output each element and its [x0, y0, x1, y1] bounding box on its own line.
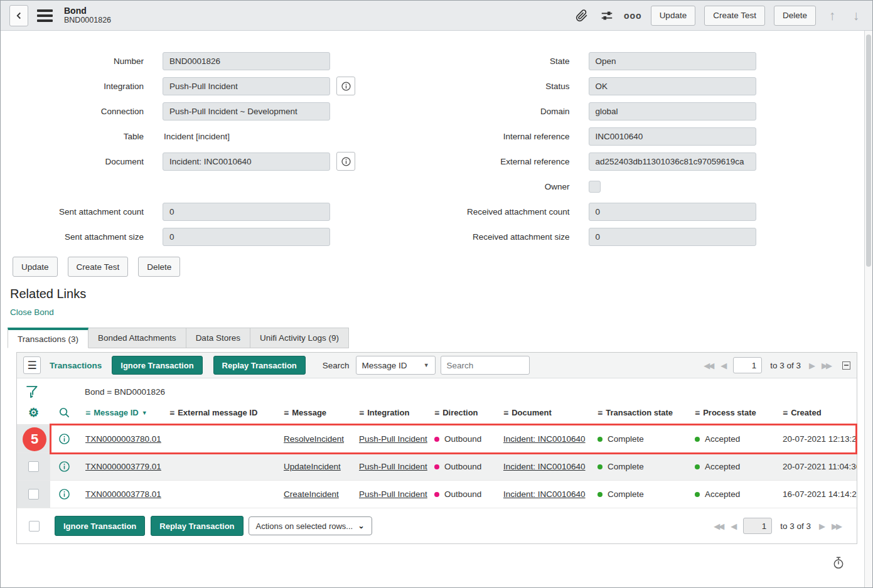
row-info-icon[interactable]	[50, 461, 78, 473]
first-page-icon[interactable]: ◀◀	[704, 361, 712, 370]
collapse-list-icon[interactable]	[842, 361, 850, 370]
row-info-icon[interactable]	[50, 488, 78, 500]
document-link[interactable]: Incident: INC0010640	[503, 434, 586, 444]
message-link[interactable]: UpdateIncident	[284, 462, 341, 471]
message-id-link[interactable]: TXN0000003779.01	[85, 462, 161, 471]
transactions-list: ☰ Transactions Ignore Transaction Replay…	[16, 352, 857, 544]
search-field-select[interactable]: Message ID ▼	[356, 356, 436, 375]
sent-attachment-count-field[interactable]: 0	[163, 203, 330, 221]
ignore-transaction-button[interactable]: Ignore Transaction	[112, 356, 202, 375]
tab-unifi-activity-logs[interactable]: Unifi Activity Logs (9)	[250, 328, 349, 348]
previous-page-icon[interactable]: ◀	[731, 521, 735, 531]
replay-transaction-button-bottom[interactable]: Replay Transaction	[151, 516, 243, 536]
form-context-menu-icon[interactable]	[37, 9, 53, 22]
delete-button-bottom[interactable]: Delete	[138, 257, 180, 277]
actions-on-selected-rows-select[interactable]: Actions on selected rows... ⌄	[249, 516, 372, 535]
list-search-icon[interactable]	[50, 407, 78, 419]
personalize-form-icon[interactable]	[599, 8, 615, 24]
column-header-process-state[interactable]: ≡ Process state	[688, 408, 776, 418]
internal-reference-field[interactable]: INC0010640	[589, 127, 756, 146]
message-link[interactable]: ResolveIncident	[284, 434, 344, 444]
integration-link[interactable]: Push-Pull Incident	[359, 462, 427, 471]
field-label-document: Document	[1, 157, 144, 166]
replay-transaction-button[interactable]: Replay Transaction	[213, 356, 306, 375]
list-toolbar: ☰ Transactions Ignore Transaction Replay…	[17, 353, 857, 378]
tab-bonded-attachments[interactable]: Bonded Attachments	[88, 328, 186, 348]
integration-field[interactable]: Push-Pull Incident	[163, 77, 330, 95]
table-row-transaction-3780[interactable]: TXN0000003780.01 ResolveIncident Push-Pu…	[17, 425, 857, 452]
message-id-link[interactable]: TXN0000003778.01	[85, 489, 161, 499]
state-status-dot	[597, 464, 603, 469]
update-button[interactable]: Update	[651, 6, 696, 26]
integration-link[interactable]: Push-Pull Incident	[359, 434, 427, 444]
delete-button[interactable]: Delete	[774, 6, 816, 26]
message-id-link[interactable]: TXN0000003780.01	[85, 434, 161, 444]
list-pagination-bottom: ◀◀ ◀ to 3 of 3 ▶ ▶▶	[714, 518, 840, 534]
response-time-stopwatch-icon[interactable]	[832, 556, 845, 572]
document-info-button[interactable]	[336, 152, 355, 171]
row-checkbox[interactable]	[28, 489, 39, 500]
connection-field[interactable]: Push-Pull Incident ~ Development	[163, 102, 330, 120]
table-row-transaction-3778[interactable]: TXN0000003778.01 CreateIncident Push-Pul…	[17, 480, 857, 508]
column-header-direction[interactable]: ≡ Direction	[427, 408, 496, 418]
next-page-icon[interactable]: ▶	[809, 361, 813, 370]
status-field[interactable]: OK	[589, 77, 756, 95]
update-button-bottom[interactable]: Update	[13, 257, 58, 277]
close-bond-link[interactable]: Close Bond	[10, 307, 54, 317]
column-header-transaction-state[interactable]: ≡ Transaction state	[591, 408, 688, 418]
filter-breadcrumb[interactable]: Bond = BND0001826	[85, 387, 165, 397]
document-field[interactable]: Incident: INC0010640	[163, 152, 330, 171]
last-page-icon[interactable]: ▶▶	[832, 521, 840, 531]
column-header-external-message-id[interactable]: ≡ External message ID	[163, 408, 277, 418]
document-link[interactable]: Incident: INC0010640	[503, 462, 586, 471]
next-record-icon[interactable]: ↓	[849, 8, 864, 23]
page-scrollbar[interactable]	[864, 31, 872, 587]
filter-funnel-icon[interactable]	[25, 385, 38, 399]
search-field-value: Message ID	[362, 361, 407, 370]
column-menu-icon: ≡	[284, 408, 289, 418]
paperclip-icon[interactable]	[574, 8, 590, 24]
next-page-icon[interactable]: ▶	[819, 521, 823, 531]
received-attachment-size-field[interactable]: 0	[589, 228, 756, 246]
state-field[interactable]: Open	[589, 52, 756, 70]
last-page-icon[interactable]: ▶▶	[822, 361, 830, 370]
table-row-transaction-3779[interactable]: TXN0000003779.01 UpdateIncident Push-Pul…	[17, 452, 857, 480]
search-input[interactable]	[441, 356, 530, 375]
personalize-list-gear-icon[interactable]: ⚙	[17, 407, 50, 419]
first-page-icon[interactable]: ◀◀	[714, 521, 722, 531]
owner-field[interactable]	[589, 181, 601, 193]
form-header: Bond BND0001826 ooo Update Create Test D…	[1, 1, 872, 31]
column-menu-icon: ≡	[169, 408, 174, 418]
page-number-input[interactable]	[743, 518, 772, 534]
previous-page-icon[interactable]: ◀	[720, 361, 725, 370]
back-button[interactable]	[9, 5, 28, 26]
message-link[interactable]: CreateIncident	[284, 489, 339, 499]
page-number-input[interactable]	[733, 357, 762, 373]
more-options-icon[interactable]: ooo	[624, 11, 642, 21]
list-context-menu-icon[interactable]: ☰	[23, 356, 41, 374]
column-header-message[interactable]: ≡ Message	[277, 408, 352, 418]
integration-info-button[interactable]	[336, 77, 355, 95]
previous-record-icon[interactable]: ↑	[825, 8, 840, 23]
document-link[interactable]: Incident: INC0010640	[503, 489, 586, 499]
select-all-checkbox[interactable]	[29, 521, 40, 532]
column-header-integration[interactable]: ≡ Integration	[352, 408, 427, 418]
sent-attachment-size-field[interactable]: 0	[163, 228, 330, 246]
column-header-message-id[interactable]: ≡ Message ID ▼	[78, 408, 163, 418]
ignore-transaction-button-bottom[interactable]: Ignore Transaction	[55, 516, 145, 536]
domain-field[interactable]: global	[589, 102, 756, 120]
row-checkbox[interactable]	[28, 461, 39, 472]
column-header-document[interactable]: ≡ Document	[496, 408, 591, 418]
row-info-icon[interactable]	[50, 433, 78, 445]
integration-link[interactable]: Push-Pull Incident	[359, 489, 427, 499]
column-header-created[interactable]: ≡ Created	[776, 408, 857, 418]
state-status-dot	[597, 492, 603, 497]
tab-transactions[interactable]: Transactions (3)	[8, 328, 88, 348]
tab-data-stores[interactable]: Data Stores	[186, 328, 250, 348]
scrollbar-thumb[interactable]	[866, 35, 871, 267]
create-test-button[interactable]: Create Test	[704, 6, 765, 26]
received-attachment-count-field[interactable]: 0	[589, 203, 756, 221]
external-reference-field[interactable]: ad252403db11301036c81c97059619ca	[589, 152, 756, 171]
number-field[interactable]: BND0001826	[163, 52, 330, 70]
create-test-button-bottom[interactable]: Create Test	[68, 257, 129, 277]
